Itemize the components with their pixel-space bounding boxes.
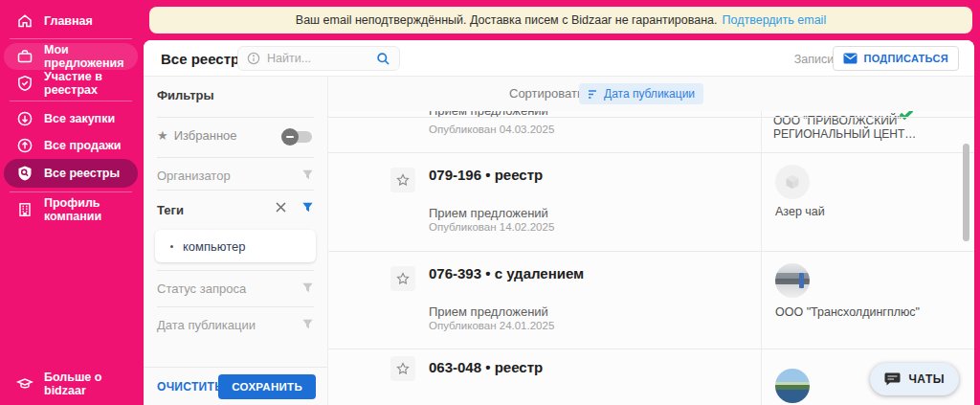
registry-row[interactable]: 076-393 • с удалением Прием предложений … bbox=[328, 252, 974, 349]
sidebar-item-registry-participation[interactable]: Участие в реестрах bbox=[4, 70, 138, 97]
confirm-email-link[interactable]: Подтвердить email bbox=[723, 13, 827, 27]
sidebar-item-company-profile[interactable]: Профиль компании bbox=[4, 196, 138, 223]
panel-body: Фильтры ★ Избранное Организатор Теги bbox=[144, 77, 974, 405]
sidebar-divider bbox=[10, 191, 132, 192]
company-avatar bbox=[775, 369, 810, 403]
sidebar: Главная Мои предложения Участие в реестр… bbox=[0, 0, 142, 405]
panel-header: Все реестры Записи: 14 ПОДПИСАТЬСЯ bbox=[144, 40, 974, 77]
registry-title[interactable]: 079-196 • реестр bbox=[429, 167, 543, 183]
chats-button[interactable]: ЧАТЫ bbox=[870, 363, 959, 395]
search-icon[interactable] bbox=[376, 52, 390, 66]
row-published: Опубликован 24.01.2025 bbox=[429, 320, 554, 331]
shield-search-icon bbox=[16, 165, 33, 182]
scrollbar-thumb[interactable] bbox=[963, 144, 969, 241]
sidebar-item-all-registries[interactable]: Все реестры bbox=[4, 159, 138, 188]
sidebar-divider bbox=[10, 38, 132, 39]
registry-row[interactable]: 079-196 • реестр Прием предложений Опубл… bbox=[328, 153, 974, 252]
toggle-knob bbox=[281, 128, 299, 146]
funnel-icon[interactable] bbox=[301, 169, 314, 181]
favorite-star-button[interactable] bbox=[390, 168, 415, 192]
row-status: Прием предложений bbox=[429, 206, 548, 220]
star-icon bbox=[395, 361, 411, 376]
star-icon bbox=[395, 172, 411, 188]
sort-chip-publication-date[interactable]: Дата публикации bbox=[579, 83, 703, 104]
close-icon[interactable] bbox=[275, 201, 287, 214]
divider bbox=[157, 306, 314, 307]
sidebar-item-all-purchases[interactable]: Все закупки bbox=[4, 105, 138, 132]
sidebar-item-about-bidzaar[interactable]: Больше о bidzaar bbox=[4, 371, 138, 397]
shield-check-icon bbox=[16, 75, 33, 92]
cube-icon bbox=[782, 171, 803, 192]
email-warning-banner: Ваш email неподтверждённый. Доставка пис… bbox=[149, 7, 972, 34]
divider bbox=[157, 117, 314, 118]
divider bbox=[157, 157, 314, 158]
sidebar-item-home[interactable]: Главная bbox=[4, 8, 138, 34]
divider bbox=[157, 190, 314, 191]
star-icon: ★ bbox=[157, 128, 168, 143]
favorite-star-button[interactable] bbox=[390, 356, 415, 381]
info-icon bbox=[247, 52, 260, 65]
company-name: РЕГИОНАЛЬНЫЙ ЦЕНТ… bbox=[773, 127, 916, 141]
arrow-up-circle-icon bbox=[16, 137, 33, 154]
sidebar-divider bbox=[10, 101, 132, 101]
filters-title: Фильтры bbox=[157, 88, 214, 102]
company-avatar bbox=[775, 165, 810, 199]
tag-bullet-icon bbox=[170, 245, 173, 248]
tag-value: компьютер bbox=[183, 239, 246, 254]
arrow-down-circle-icon bbox=[16, 110, 33, 127]
sort-descending-icon bbox=[588, 89, 598, 100]
sort-label: Сортировать: bbox=[509, 86, 587, 101]
divider bbox=[328, 117, 974, 118]
home-icon bbox=[16, 12, 33, 30]
filter-favorites: ★ Избранное bbox=[157, 128, 237, 143]
sidebar-item-all-sales[interactable]: Все продажи bbox=[4, 132, 138, 159]
divider bbox=[157, 270, 314, 271]
content-panel: Все реестры Записи: 14 ПОДПИСАТЬСЯ Фильт… bbox=[144, 40, 974, 405]
filter-publication-date[interactable]: Дата публикации bbox=[157, 318, 256, 332]
clear-button[interactable]: ОЧИСТИТЬ bbox=[157, 380, 223, 394]
filters-footer: ОЧИСТИТЬ СОХРАНИТЬ bbox=[144, 367, 327, 405]
row-published: Опубликован 14.02.2025 bbox=[429, 221, 554, 233]
registry-list: Сортировать: Дата публикации Прием предл… bbox=[328, 77, 974, 405]
chat-icon bbox=[884, 371, 901, 387]
funnel-icon[interactable] bbox=[301, 281, 314, 294]
row-published: Опубликован 04.03.2025 bbox=[429, 124, 554, 135]
star-icon bbox=[395, 271, 411, 286]
search-input[interactable] bbox=[267, 52, 369, 65]
graduation-cap-icon bbox=[16, 375, 33, 393]
company-name: ООО "Трансхолдингплюс" bbox=[775, 305, 920, 319]
banner-message: Ваш email неподтверждённый. Доставка пис… bbox=[296, 13, 718, 27]
building-icon bbox=[16, 201, 33, 218]
registry-title[interactable]: 076-393 • с удалением bbox=[429, 265, 584, 281]
row-status: Прием предложений bbox=[429, 304, 548, 319]
envelope-icon bbox=[843, 53, 858, 64]
filters-panel: Фильтры ★ Избранное Организатор Теги bbox=[144, 77, 328, 405]
funnel-active-icon[interactable] bbox=[301, 201, 314, 214]
search-box[interactable] bbox=[237, 46, 400, 71]
favorite-star-button[interactable] bbox=[390, 266, 415, 291]
filter-request-status[interactable]: Статус запроса bbox=[157, 281, 246, 296]
filter-organizer[interactable]: Организатор bbox=[157, 169, 231, 183]
save-button[interactable]: СОХРАНИТЬ bbox=[218, 374, 316, 399]
filter-tags[interactable]: Теги bbox=[157, 203, 184, 217]
company-avatar bbox=[775, 263, 810, 298]
sidebar-item-my-offers[interactable]: Мои предложения bbox=[4, 43, 138, 70]
tag-value-box[interactable]: компьютер bbox=[155, 230, 316, 262]
subscribe-button[interactable]: ПОДПИСАТЬСЯ bbox=[833, 46, 959, 71]
main-area: Ваш email неподтверждённый. Доставка пис… bbox=[142, 0, 980, 405]
funnel-icon[interactable] bbox=[301, 318, 314, 330]
registry-title[interactable]: 063-048 • реестр bbox=[429, 359, 543, 375]
favorites-toggle[interactable] bbox=[283, 131, 312, 143]
company-name: Азер чай bbox=[775, 205, 825, 218]
briefcase-icon bbox=[16, 48, 33, 65]
